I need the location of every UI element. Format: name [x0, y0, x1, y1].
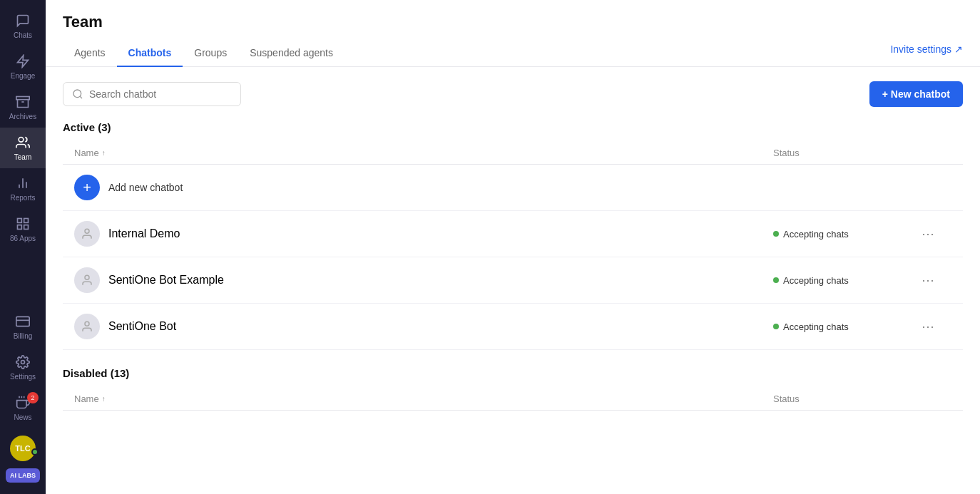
sidebar-item-chats[interactable]: Chats: [0, 6, 46, 46]
col-status-header: Status: [773, 148, 916, 158]
agent-avatar-2: [74, 314, 100, 339]
sidebar-item-billing[interactable]: Billing: [0, 307, 46, 347]
more-options-button-1[interactable]: ⋯: [916, 269, 951, 291]
sidebar-item-team[interactable]: Team: [0, 128, 46, 168]
page-header: Team Agents Chatbots Groups Suspended ag…: [46, 0, 980, 67]
status-dot: [773, 324, 779, 329]
sidebar-label-settings: Settings: [10, 373, 36, 381]
disabled-table-header: Name ↑ Status: [63, 388, 963, 411]
table-row[interactable]: SentiOne Bot Accepting chats ⋯: [63, 304, 963, 350]
sidebar-label-news: News: [14, 413, 31, 421]
svg-rect-1: [16, 97, 29, 100]
ai-labs-button[interactable]: AI LABS: [6, 468, 40, 483]
sidebar-label-team: Team: [14, 153, 31, 161]
user-icon: [81, 227, 93, 240]
svg-line-18: [80, 96, 82, 98]
tab-suspended[interactable]: Suspended agents: [238, 40, 344, 67]
agent-avatar-1: [74, 267, 100, 293]
apps-icon: [15, 216, 31, 232]
archives-icon: [15, 94, 31, 110]
svg-marker-0: [18, 56, 29, 68]
svg-point-21: [85, 321, 89, 326]
sidebar-bottom: Billing Settings 2 News TLC: [0, 307, 46, 488]
svg-point-3: [19, 138, 24, 143]
sort-arrow-icon: ↑: [102, 149, 106, 157]
col-name-header: Name ↑: [74, 148, 773, 158]
engage-icon: [15, 53, 31, 69]
status-badge: Accepting chats: [773, 321, 916, 332]
sidebar-item-apps[interactable]: 86 Apps: [0, 209, 46, 249]
add-chatbot-row[interactable]: + Add new chatbot: [63, 165, 963, 211]
agent-avatar-0: [74, 221, 100, 247]
tab-agents[interactable]: Agents: [63, 40, 117, 67]
sidebar-label-archives: Archives: [9, 113, 36, 120]
content-area: + New chatbot Active (3) Name ↑ Status +…: [46, 67, 980, 494]
online-indicator: [31, 448, 39, 456]
svg-rect-10: [18, 225, 22, 230]
sidebar-label-engage: Engage: [11, 72, 35, 80]
search-input[interactable]: [89, 88, 232, 100]
search-box: [63, 82, 241, 106]
toolbar: + New chatbot: [63, 81, 963, 107]
settings-icon: [15, 354, 31, 370]
svg-point-19: [85, 229, 89, 233]
invite-settings-link[interactable]: Invite settings ↗: [890, 43, 963, 63]
tab-groups[interactable]: Groups: [183, 40, 238, 67]
status-badge: Accepting chats: [773, 229, 916, 240]
search-icon: [72, 88, 83, 100]
chat-icon: [15, 13, 31, 29]
more-options-button-0[interactable]: ⋯: [916, 223, 951, 245]
new-chatbot-button[interactable]: + New chatbot: [869, 81, 963, 107]
billing-icon: [15, 314, 31, 329]
sidebar-item-engage[interactable]: Engage: [0, 46, 46, 87]
active-table-header: Name ↑ Status: [63, 142, 963, 165]
agent-status-1: Accepting chats: [773, 275, 916, 286]
tab-bar: Agents Chatbots Groups Suspended agents …: [63, 40, 963, 66]
main-content: Team Agents Chatbots Groups Suspended ag…: [46, 0, 980, 494]
user-icon: [81, 320, 93, 333]
sidebar-item-archives[interactable]: Archives: [0, 87, 46, 128]
team-icon: [15, 135, 31, 150]
page-title: Team: [63, 13, 963, 31]
svg-point-20: [85, 275, 89, 279]
svg-rect-9: [24, 225, 29, 230]
svg-point-13: [21, 361, 25, 364]
agent-name-0: Internal Demo: [108, 227, 773, 240]
sidebar-label-chats: Chats: [14, 31, 32, 39]
sidebar-label-apps: 86 Apps: [10, 235, 36, 242]
status-dot: [773, 231, 779, 237]
external-link-icon: ↗: [954, 43, 963, 55]
disabled-col-status-header: Status: [773, 393, 916, 404]
reports-icon: [15, 175, 31, 191]
sidebar-label-reports: Reports: [10, 194, 35, 202]
sidebar: Chats Engage Archives Team: [0, 0, 46, 494]
table-row[interactable]: SentiOne Bot Example Accepting chats ⋯: [63, 257, 963, 304]
disabled-sort-arrow-icon: ↑: [102, 395, 106, 403]
agent-status-2: Accepting chats: [773, 321, 916, 332]
status-badge: Accepting chats: [773, 275, 916, 286]
more-options-button-2[interactable]: ⋯: [916, 316, 951, 337]
disabled-section: Disabled (13) Name ↑ Status: [63, 367, 963, 411]
disabled-col-name-header: Name ↑: [74, 393, 773, 404]
sidebar-item-reports[interactable]: Reports: [0, 168, 46, 209]
user-avatar-item[interactable]: TLC: [0, 428, 46, 468]
sidebar-label-billing: Billing: [14, 332, 33, 340]
tab-chatbots[interactable]: Chatbots: [117, 40, 183, 67]
svg-rect-7: [18, 219, 22, 223]
agent-name-2: SentiOne Bot: [108, 320, 773, 333]
news-badge: 2: [27, 392, 39, 403]
active-section-title: Active (3): [63, 121, 963, 133]
sidebar-item-news[interactable]: 2 News: [0, 388, 46, 428]
agent-status-0: Accepting chats: [773, 229, 916, 240]
sidebar-item-settings[interactable]: Settings: [0, 347, 46, 388]
disabled-section-title: Disabled (13): [63, 367, 963, 379]
svg-point-17: [73, 90, 81, 98]
svg-rect-11: [16, 317, 29, 326]
add-chatbot-label: Add new chatbot: [108, 182, 183, 193]
status-dot: [773, 277, 779, 283]
user-icon: [81, 274, 93, 287]
add-icon: +: [74, 175, 100, 200]
table-row[interactable]: Internal Demo Accepting chats ⋯: [63, 211, 963, 257]
svg-rect-8: [24, 219, 29, 223]
agent-name-1: SentiOne Bot Example: [108, 274, 773, 287]
